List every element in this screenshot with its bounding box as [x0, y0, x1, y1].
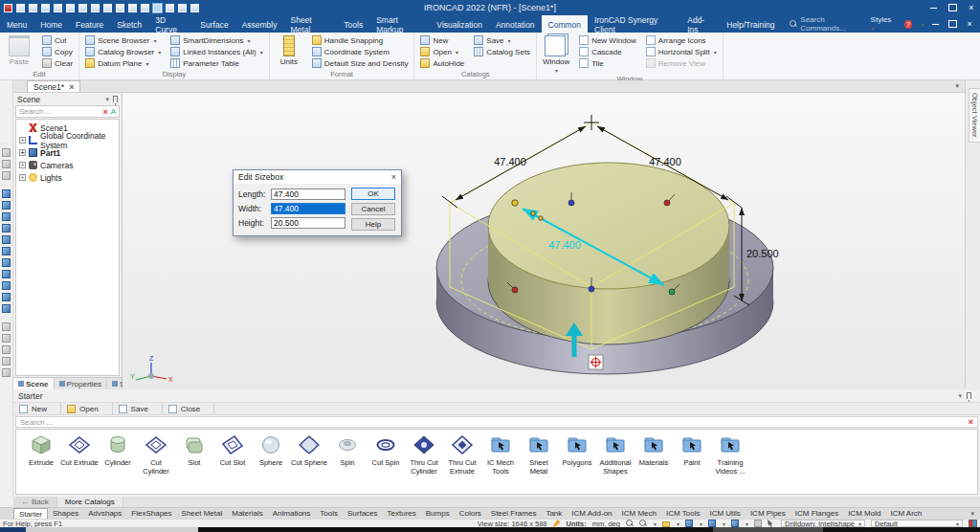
- units-button[interactable]: Units: [274, 34, 304, 69]
- expander-icon[interactable]: +: [19, 174, 26, 181]
- catalog-item-training-videos-[interactable]: Training Videos ...: [711, 433, 749, 476]
- catalog-tab-textures[interactable]: Textures: [383, 508, 421, 519]
- default-size-button[interactable]: Default Size and Density: [310, 57, 411, 69]
- more-commands-icon[interactable]: [190, 4, 199, 12]
- expander-icon[interactable]: +: [19, 137, 26, 144]
- view-tool-icon[interactable]: [2, 171, 11, 180]
- doc-close-icon[interactable]: ×: [965, 20, 974, 29]
- ribbon-tab-common[interactable]: Common: [542, 15, 588, 33]
- catalog-item-additional-shapes[interactable]: Additional Shapes: [596, 433, 635, 476]
- ribbon-tab-3d-curve[interactable]: 3D Curve: [148, 15, 193, 33]
- ribbon-tab-home[interactable]: Home: [33, 15, 69, 33]
- save-icon[interactable]: [78, 4, 87, 12]
- redo-icon[interactable]: [116, 4, 124, 12]
- smart-dimensions-button[interactable]: SmartDimensions▾: [168, 34, 265, 46]
- zoom-icon[interactable]: [626, 520, 634, 527]
- ribbon-tab-add-ins[interactable]: Add-Ins: [680, 15, 720, 33]
- close-icon[interactable]: ×: [967, 4, 976, 12]
- catalog-open-button[interactable]: Open: [61, 403, 113, 414]
- tab-list-icon[interactable]: ▾: [955, 80, 965, 92]
- measure-tool-icon[interactable]: [2, 345, 11, 354]
- viewer-toggle-icon[interactable]: [153, 4, 162, 12]
- object-viewer-tab[interactable]: Object Viewer: [969, 88, 980, 143]
- render-sphere-icon[interactable]: [128, 4, 137, 12]
- catalog-tab-steel-frames[interactable]: Steel Frames: [486, 508, 542, 519]
- catalog-tab-sheet-metal[interactable]: Sheet Metal: [177, 508, 228, 519]
- command-search[interactable]: Search Commands...: [790, 15, 871, 33]
- catalog-item-sphere[interactable]: Sphere: [252, 433, 290, 468]
- catalog-sets-button[interactable]: Catalog Sets: [472, 46, 532, 57]
- measure-tool-icon[interactable]: [2, 334, 11, 343]
- help-icon[interactable]: ?: [904, 20, 913, 29]
- catalog-tab-flexshapes[interactable]: FlexShapes: [126, 508, 176, 519]
- handle-snapping-button[interactable]: Handle Snapping: [310, 34, 411, 46]
- horizontal-split-button[interactable]: Horizontal Split▾: [644, 46, 719, 57]
- expander-icon[interactable]: +: [19, 162, 26, 168]
- catalog-tab-tank[interactable]: Tank: [541, 508, 567, 519]
- camera-view-icon[interactable]: [2, 258, 11, 267]
- new-window-button[interactable]: New Window: [577, 34, 638, 46]
- styles-menu[interactable]: Styles ▾: [871, 15, 897, 33]
- parameter-table-button[interactable]: Parameter Table: [168, 57, 265, 69]
- camera-view-icon[interactable]: [2, 247, 11, 255]
- ribbon-options-icon[interactable]: ▾: [921, 21, 924, 28]
- shading-mode-icon[interactable]: [708, 520, 716, 527]
- ribbon-tab-sheet-metal[interactable]: Sheet Metal: [283, 15, 337, 33]
- clear-search-icon[interactable]: ×: [102, 107, 107, 117]
- doc-restore-icon[interactable]: [948, 20, 958, 29]
- camera-view-icon[interactable]: [2, 224, 11, 233]
- ribbon-tab-sketch[interactable]: Sketch: [110, 15, 148, 33]
- catalog-browser-button[interactable]: Catalog Browser▾: [83, 46, 163, 57]
- catalog-pin-icon[interactable]: [967, 392, 971, 399]
- arrange-icons-button[interactable]: Arrange Icons: [644, 34, 719, 46]
- undo-icon[interactable]: [103, 4, 112, 12]
- window-button[interactable]: Window▾: [541, 34, 571, 74]
- restore-icon[interactable]: [947, 4, 957, 12]
- ribbon-tab-annotation[interactable]: Annotation: [489, 15, 542, 33]
- catalog-tab-advshaps[interactable]: Advshaps: [83, 508, 126, 519]
- catalog-tab-icm-mold[interactable]: ICM Mold: [843, 508, 885, 519]
- tree-item-cameras[interactable]: +Cameras: [16, 159, 119, 171]
- view-tool-icon[interactable]: [2, 160, 11, 168]
- catalog-save-button[interactable]: Save: [113, 403, 163, 414]
- catalog-clear-search-icon[interactable]: ×: [969, 417, 973, 427]
- more-catalogs-button[interactable]: More Catalogs: [57, 497, 123, 507]
- tree-item-lights[interactable]: +Lights: [16, 171, 119, 184]
- catalog-menu-icon[interactable]: ▾: [958, 392, 962, 400]
- catalog-close-button[interactable]: Close: [163, 403, 214, 414]
- camera-view-icon[interactable]: [2, 189, 11, 198]
- datum-plane-button[interactable]: Datum Plane▾: [83, 57, 163, 69]
- catalog-new-button[interactable]: New: [13, 403, 61, 414]
- ribbon-tab-tools[interactable]: Tools: [337, 15, 369, 33]
- width-input[interactable]: [271, 203, 345, 214]
- copy-button[interactable]: Copy: [40, 46, 75, 57]
- camera-view-icon[interactable]: [2, 235, 11, 244]
- camera-view-icon[interactable]: [2, 212, 11, 221]
- camera-view-icon[interactable]: [2, 270, 11, 278]
- viewport-3d[interactable]: 47.400 47.400 20.500 47.400: [122, 93, 965, 389]
- catalog-item-cut-sphere[interactable]: Cut Sphere: [290, 433, 328, 468]
- minimize-icon[interactable]: [928, 4, 938, 12]
- open-document-icon[interactable]: [29, 4, 37, 12]
- catalog-tab-bumps[interactable]: Bumps: [421, 508, 455, 519]
- panel-toggle-icon[interactable]: [166, 4, 174, 12]
- dialog-close-icon[interactable]: ×: [391, 172, 396, 182]
- catalog-tab-icm-mech[interactable]: ICM Mech: [617, 508, 661, 519]
- catalog-tab-starter[interactable]: Starter: [13, 508, 48, 519]
- catalog-save-button[interactable]: Save▾: [472, 34, 532, 46]
- ok-button[interactable]: OK: [351, 188, 395, 200]
- catalog-tab-icm-tools[interactable]: ICM Tools: [661, 508, 704, 519]
- remove-view-button[interactable]: Remove View: [644, 57, 719, 69]
- camera-view-icon[interactable]: [731, 520, 739, 527]
- filter-icon[interactable]: A: [111, 107, 116, 116]
- export-icon[interactable]: [54, 4, 62, 12]
- ribbon-tab-help-training[interactable]: Help/Training: [720, 15, 781, 33]
- catalog-item-cylinder[interactable]: Cylinder: [99, 433, 137, 468]
- catalog-open-button[interactable]: Open▾: [418, 46, 466, 57]
- doc-minimize-icon[interactable]: [931, 20, 941, 29]
- paste-button[interactable]: Paste: [4, 34, 34, 69]
- pin-icon[interactable]: [113, 96, 118, 102]
- panel-tab-scene[interactable]: Scene: [13, 378, 55, 389]
- catalog-tab-tools[interactable]: Tools: [315, 508, 343, 519]
- cascade-button[interactable]: Cascade: [577, 46, 638, 57]
